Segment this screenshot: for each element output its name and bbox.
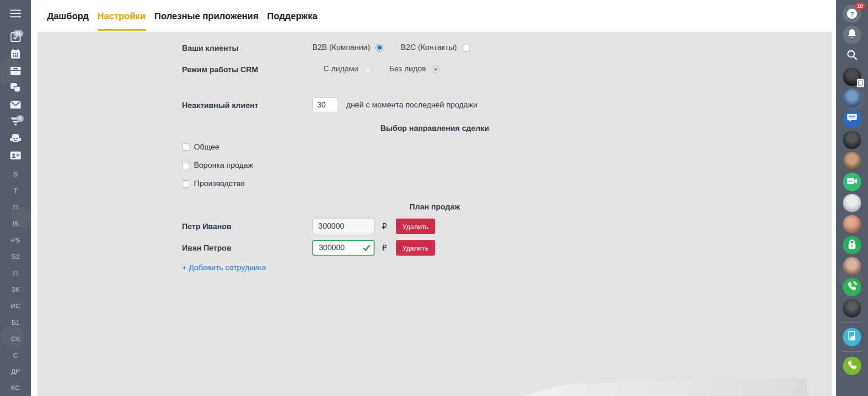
workspace-item[interactable]: ИС (5, 297, 27, 314)
tab-apps[interactable]: Полезные приложения (155, 0, 259, 32)
inactive-days-input[interactable] (312, 97, 338, 113)
background-watermark (523, 372, 807, 396)
checkbox-sales-funnel[interactable] (182, 162, 189, 169)
workspace-item[interactable]: С (5, 347, 27, 363)
checkbox-row-production[interactable]: Производство (182, 179, 245, 188)
plan-row: ₽ Удалить (312, 219, 435, 234)
plan-amount-input[interactable] (312, 219, 375, 234)
checkbox-row-funnel[interactable]: Воронка продаж (182, 161, 253, 170)
app-root: 81 1 (0, 0, 868, 396)
workspace-item[interactable]: КС (5, 380, 27, 396)
radio-option-b2c[interactable]: B2C (Контакты) (401, 43, 470, 52)
tasks-badge: 81 (13, 30, 23, 37)
bell-icon (847, 29, 857, 41)
phone-handset-icon (847, 360, 857, 372)
radio-option-no-leads[interactable]: Без лидов (389, 64, 439, 74)
phone-signal-icon (847, 281, 857, 293)
calendar-icon (11, 49, 21, 59)
tab-settings[interactable]: Настройки (97, 0, 146, 32)
sales-plan-title: План продаж (38, 203, 832, 212)
radio-option-with-leads[interactable]: С лидами (323, 64, 372, 74)
employee-name: Иван Петров (182, 244, 231, 253)
crm-mode-label: Режим работы CRM (182, 65, 258, 75)
help-button[interactable]: ? 10 (843, 5, 861, 23)
inactive-client-row: дней с момента последней продажи (312, 97, 477, 113)
right-sidebar: ? 10 (836, 0, 868, 396)
lock-icon (848, 240, 856, 251)
group-chat-button[interactable] (843, 110, 861, 128)
tab-dashboard[interactable]: Дашборд (47, 0, 89, 32)
user-avatar[interactable] (843, 299, 861, 317)
sidebar-item-chat[interactable] (5, 80, 27, 96)
sidebar-item-tasks[interactable]: 81 (5, 29, 27, 46)
contact-card-icon (10, 151, 21, 160)
mail-icon (10, 101, 21, 109)
add-employee-link[interactable]: + Добавить сотрудника (182, 263, 266, 273)
sidebar-item-crm[interactable]: 1 (5, 113, 27, 130)
confirm-check-icon (363, 244, 370, 253)
sidebar-divider (841, 351, 863, 352)
workspace-item[interactable]: П (5, 198, 27, 215)
workspace-item[interactable]: S2 (5, 248, 27, 264)
delete-button[interactable]: Удалить (396, 240, 435, 256)
checkbox-label: Общее (194, 143, 220, 152)
workspace-item[interactable]: IS (5, 215, 27, 231)
employee-name: Петр Иванов (182, 222, 231, 231)
user-avatar[interactable] (843, 68, 861, 86)
radio-b2c[interactable] (462, 44, 470, 52)
sidebar-item-mail[interactable] (5, 96, 27, 113)
user-avatar[interactable] (843, 131, 861, 149)
workspace-item[interactable]: П (5, 264, 27, 281)
search-icon (847, 49, 857, 62)
left-sidebar: 81 1 (0, 0, 31, 396)
radio-option-label: Без лидов (389, 64, 426, 74)
workspace-item[interactable]: ДР (5, 363, 27, 380)
radio-no-leads[interactable] (432, 65, 439, 73)
call-button[interactable] (843, 357, 861, 375)
telephony-button[interactable] (843, 278, 861, 296)
workspace-item[interactable]: T (5, 182, 27, 199)
sidebar-item-calendar[interactable] (5, 46, 27, 63)
checkbox-row-general[interactable]: Общее (182, 143, 220, 152)
robot-icon (10, 134, 21, 143)
clients-radio-group: B2B (Компании) B2C (Контакты) (312, 43, 470, 52)
radio-b2b[interactable] (375, 44, 383, 52)
settings-panel: Ваши клиенты B2B (Компании) B2C (Контакт… (38, 32, 832, 396)
search-button[interactable] (843, 47, 861, 65)
notifications-button[interactable] (843, 26, 861, 44)
checkbox-production[interactable] (182, 180, 189, 187)
user-avatar[interactable] (843, 152, 861, 170)
delete-button[interactable]: Удалить (396, 219, 435, 234)
user-avatar[interactable] (843, 257, 861, 275)
crm-funnel-icon: 1 (10, 117, 21, 126)
video-camera-icon (847, 177, 857, 187)
tab-support[interactable]: Поддержка (267, 0, 317, 32)
hamburger-menu-button[interactable] (5, 5, 27, 22)
radio-option-b2b[interactable]: B2B (Компании) (312, 43, 383, 52)
sidebar-item-contacts[interactable] (5, 147, 27, 164)
user-avatar[interactable] (843, 89, 861, 107)
checkbox-general[interactable] (182, 144, 189, 151)
group-chat-icon (847, 113, 857, 124)
deal-direction-title: Выбор направления сделки (38, 124, 832, 133)
help-badge: 10 (855, 2, 865, 10)
checkbox-label: Производство (194, 179, 245, 188)
inactive-days-suffix: дней с момента последней продажи (346, 101, 477, 110)
workspace-item[interactable]: S (5, 166, 27, 182)
workspace-item[interactable]: Б1 (5, 314, 27, 330)
workspace-item[interactable]: СК (5, 330, 27, 347)
security-button[interactable] (843, 236, 861, 254)
question-icon: ? (847, 9, 857, 19)
radio-option-label: С лидами (323, 64, 359, 74)
user-avatar[interactable] (843, 194, 861, 212)
workspace-item[interactable]: PS (5, 231, 27, 248)
mobile-online-badge (857, 79, 864, 87)
sidebar-item-assistant[interactable] (5, 130, 27, 147)
mobile-app-button[interactable] (843, 328, 861, 346)
video-call-button[interactable] (843, 173, 861, 191)
radio-with-leads[interactable] (364, 65, 372, 73)
radio-option-label: B2C (Контакты) (401, 43, 457, 52)
user-avatar[interactable] (843, 215, 861, 233)
sidebar-item-drive[interactable] (5, 63, 27, 80)
workspace-item[interactable]: ЗК (5, 281, 27, 297)
